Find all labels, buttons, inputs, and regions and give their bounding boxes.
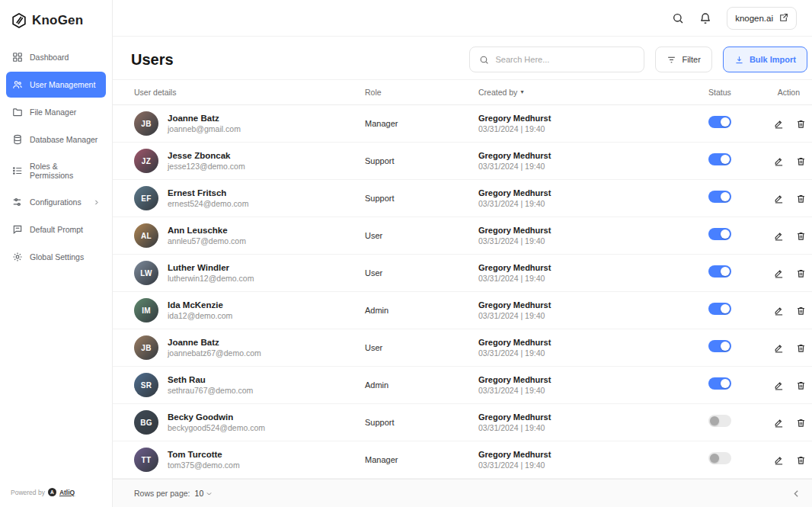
created-at: 03/31/2024 | 19:40 [478, 236, 708, 245]
status-cell [708, 377, 774, 393]
user-name: Becky Goodwin [168, 412, 265, 422]
edit-icon[interactable] [774, 156, 784, 166]
filter-icon [667, 55, 676, 65]
status-toggle[interactable] [708, 377, 731, 390]
rows-per-page-select[interactable]: 10 [195, 489, 213, 498]
user-details-cell: SR Seth Rau sethrau767@demo.com [134, 373, 365, 397]
page-controls: Filter Bulk Import [469, 47, 807, 72]
external-link-icon [778, 13, 788, 23]
status-toggle[interactable] [708, 116, 731, 128]
rows-per-page-value: 10 [195, 489, 204, 498]
delete-icon[interactable] [796, 455, 806, 465]
toggle-knob [721, 379, 730, 388]
edit-icon[interactable] [774, 455, 784, 465]
atliq-brand-link[interactable]: AtliQ [59, 489, 75, 496]
table-row: IM Ida McKenzie ida12@demo.com Admin Gre… [113, 292, 812, 329]
delete-icon[interactable] [796, 380, 806, 390]
created-by-cell: Gregory Medhurst 03/31/2024 | 19:40 [478, 151, 708, 171]
user-role: Support [365, 156, 478, 165]
table-row: BG Becky Goodwin beckygood524@demo.com S… [113, 404, 812, 441]
column-header-status[interactable]: Status [708, 88, 774, 97]
status-toggle[interactable] [708, 415, 731, 427]
created-by-name: Gregory Medhurst [478, 412, 708, 422]
status-cell [708, 265, 774, 281]
delete-icon[interactable] [796, 156, 806, 166]
status-toggle[interactable] [708, 191, 731, 203]
bell-icon[interactable] [699, 12, 711, 24]
sidebar-item-roles-permissions[interactable]: Roles & Permissions [6, 154, 106, 188]
user-name: Tom Turcotte [168, 450, 240, 459]
pagination-prev-button[interactable] [791, 489, 801, 499]
status-toggle[interactable] [708, 452, 731, 464]
edit-icon[interactable] [774, 231, 784, 241]
status-toggle[interactable] [708, 153, 731, 165]
action-cell [774, 119, 807, 129]
created-at: 03/31/2024 | 19:40 [478, 311, 708, 320]
column-header-created-by[interactable]: Created by ▾ [478, 88, 708, 97]
filter-button-label: Filter [682, 55, 700, 64]
main-area: knogen.ai Users Filter Bulk Import [113, 0, 812, 507]
status-toggle[interactable] [708, 340, 731, 352]
sidebar-nav: Dashboard User Management File Manager D… [0, 44, 112, 270]
sidebar-item-global-settings[interactable]: Global Settings [6, 244, 106, 270]
user-role: Support [365, 194, 478, 203]
toggle-knob [721, 117, 730, 127]
site-link-label: knogen.ai [735, 14, 773, 23]
status-toggle[interactable] [708, 265, 731, 278]
delete-icon[interactable] [796, 194, 806, 204]
edit-icon[interactable] [774, 119, 784, 129]
sidebar-item-user-management[interactable]: User Management [6, 72, 106, 98]
sidebar-item-default-prompt[interactable]: Default Prompt [6, 217, 106, 242]
edit-icon[interactable] [774, 418, 784, 428]
delete-icon[interactable] [796, 231, 806, 241]
edit-icon[interactable] [774, 268, 784, 278]
delete-icon[interactable] [796, 418, 806, 428]
page-title: Users [131, 51, 174, 69]
edit-icon[interactable] [774, 306, 784, 316]
sidebar-item-database-manager[interactable]: Database Manager [6, 127, 106, 152]
sidebar-item-dashboard[interactable]: Dashboard [6, 44, 106, 70]
edit-icon[interactable] [774, 380, 784, 390]
user-name: Ernest Fritsch [168, 188, 248, 197]
column-header-action[interactable]: Action [774, 88, 804, 97]
column-header-user-details[interactable]: User details [134, 88, 365, 97]
user-details-cell: JB Joanne Batz joannebatz67@demo.com [134, 335, 365, 360]
site-link-button[interactable]: knogen.ai [727, 7, 797, 30]
avatar: AL [134, 223, 158, 248]
created-by-name: Gregory Medhurst [478, 151, 708, 160]
knogen-logo-icon [11, 12, 27, 29]
user-email: tom375@demo.com [168, 460, 240, 470]
user-role: User [365, 231, 478, 240]
avatar: IM [134, 298, 158, 322]
search-input[interactable] [495, 55, 635, 64]
delete-icon[interactable] [796, 119, 806, 129]
toggle-knob [721, 192, 730, 201]
delete-icon[interactable] [796, 343, 806, 353]
toggle-knob [721, 229, 730, 239]
brand-logo[interactable]: KnoGen [0, 9, 112, 44]
table-row: TT Tom Turcotte tom375@demo.com Manager … [113, 441, 812, 479]
avatar: EF [134, 186, 158, 210]
status-toggle[interactable] [708, 228, 731, 240]
sidebar-item-configurations[interactable]: Configurations [6, 189, 106, 215]
bulk-import-button[interactable]: Bulk Import [723, 47, 807, 72]
sidebar-item-file-manager[interactable]: File Manager [6, 99, 106, 125]
user-email: lutherwin12@demo.com [168, 274, 254, 283]
delete-icon[interactable] [796, 306, 806, 316]
status-toggle[interactable] [708, 303, 731, 315]
created-by-name: Gregory Medhurst [478, 188, 708, 197]
filter-button[interactable]: Filter [655, 47, 711, 72]
search-icon[interactable] [672, 12, 684, 24]
table-row: JB Joanne Batz joannebatz67@demo.com Use… [113, 329, 812, 367]
action-cell [774, 380, 807, 390]
edit-icon[interactable] [774, 343, 784, 353]
column-header-role[interactable]: Role [365, 88, 478, 97]
user-name: Joanne Batz [168, 114, 241, 123]
delete-icon[interactable] [796, 268, 806, 278]
powered-by: Powered by A AtliQ [0, 488, 112, 496]
edit-icon[interactable] [774, 194, 784, 204]
toggle-knob [710, 454, 719, 463]
user-details-cell: EF Ernest Fritsch ernest524@demo.com [134, 186, 365, 210]
chevron-down-icon [206, 490, 213, 497]
sidebar-item-label: Default Prompt [30, 225, 83, 234]
